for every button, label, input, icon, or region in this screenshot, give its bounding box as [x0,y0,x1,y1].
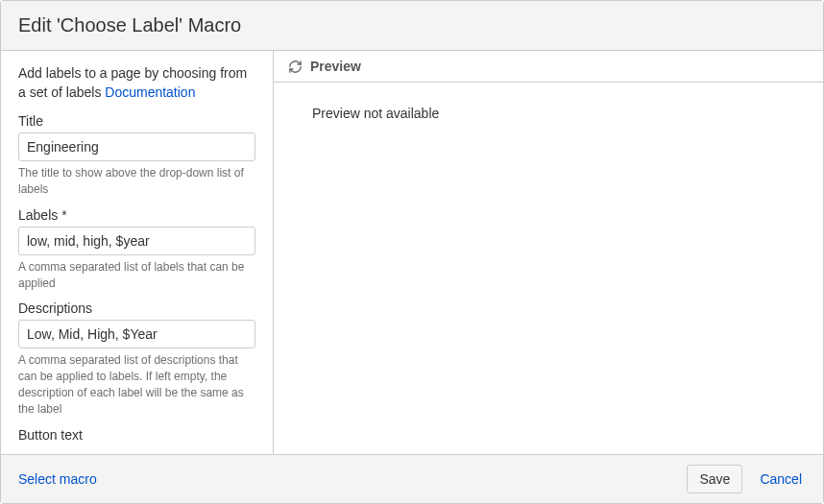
save-button[interactable]: Save [687,465,742,493]
title-input[interactable] [18,132,255,161]
descriptions-help: A comma separated list of descriptions t… [18,352,255,417]
cancel-button[interactable]: Cancel [756,466,806,492]
documentation-link[interactable]: Documentation [105,84,195,100]
dialog-body: Add labels to a page by choosing from a … [1,51,823,454]
footer-left: Select macro [18,471,97,487]
preview-header: Preview [274,51,823,83]
dialog-header: Edit 'Choose Label' Macro [1,1,823,51]
labels-help: A comma separated list of labels that ca… [18,259,255,292]
form-panel: Add labels to a page by choosing from a … [1,51,274,454]
title-help: The title to show above the drop-down li… [18,165,255,198]
form-intro: Add labels to a page by choosing from a … [18,64,255,102]
footer-right: Save Cancel [687,465,806,493]
field-labels: Labels * A comma separated list of label… [18,207,255,292]
button-text-label: Button text [18,427,255,443]
labels-input[interactable] [18,227,255,255]
field-title: Title The title to show above the drop-d… [18,113,255,198]
preview-heading: Preview [310,59,361,74]
refresh-icon[interactable] [287,59,303,74]
descriptions-label: Descriptions [18,300,255,316]
preview-panel: Preview Preview not available [274,51,823,454]
field-descriptions: Descriptions A comma separated list of d… [18,300,255,417]
title-label: Title [18,113,255,129]
dialog-footer: Select macro Save Cancel [1,454,823,503]
macro-edit-dialog: Edit 'Choose Label' Macro Add labels to … [0,0,824,504]
dialog-title: Edit 'Choose Label' Macro [18,14,806,36]
preview-body: Preview not available [274,83,823,454]
labels-label: Labels * [18,207,255,223]
select-macro-link[interactable]: Select macro [18,471,97,487]
field-button-text: Button text [18,427,255,443]
descriptions-input[interactable] [18,320,255,348]
